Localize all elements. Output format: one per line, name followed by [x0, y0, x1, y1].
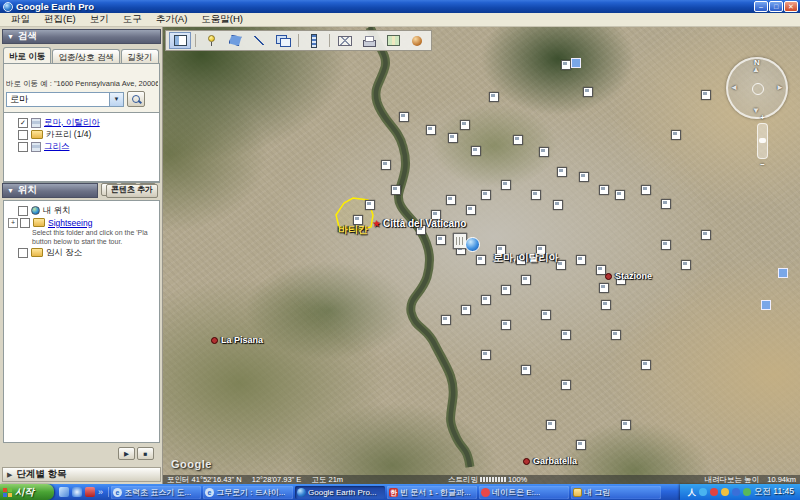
navigation-compass[interactable]: N ◄ ► ▲ ▼ [726, 57, 788, 119]
places-panel-header[interactable]: ▼ 위치 [2, 183, 98, 198]
photo-icon[interactable] [576, 440, 586, 450]
search-panel-header[interactable]: ▼ 검색 [2, 29, 161, 44]
photo-icon[interactable] [561, 60, 571, 70]
volume-icon[interactable] [743, 488, 751, 496]
photo-icon[interactable] [501, 320, 511, 330]
photo-icon[interactable] [481, 190, 491, 200]
blue-sphere-icon[interactable] [465, 237, 480, 252]
map-label[interactable]: ★Città del Vaticano [372, 218, 466, 229]
photo-icon[interactable] [441, 315, 451, 325]
checkbox[interactable] [18, 206, 28, 216]
photo-icon[interactable] [557, 167, 567, 177]
polygon-icon[interactable] [224, 32, 246, 49]
photo-icon[interactable] [641, 185, 651, 195]
photo-icon[interactable] [501, 285, 511, 295]
taskbar-button[interactable]: 내 그림 [571, 486, 661, 499]
search-button[interactable] [127, 91, 145, 107]
minimize-button[interactable]: – [754, 1, 768, 12]
zoom-out-button[interactable]: − [758, 160, 767, 169]
menu-item[interactable]: 도구 [116, 13, 149, 26]
photo-icon[interactable] [601, 300, 611, 310]
photo-icon[interactable] [448, 133, 458, 143]
web-icon[interactable] [778, 268, 788, 278]
photo-icon[interactable] [615, 190, 625, 200]
photo-icon[interactable] [611, 330, 621, 340]
search-result-label[interactable]: 그리스 [44, 141, 70, 153]
menu-item[interactable]: 보기 [83, 13, 116, 26]
web-icon[interactable] [571, 58, 581, 68]
expand-icon[interactable]: + [8, 218, 18, 228]
photo-icon[interactable] [466, 205, 476, 215]
search-result-row[interactable]: 그리스 [4, 141, 159, 152]
photo-icon[interactable] [553, 200, 563, 210]
photo-icon[interactable] [481, 350, 491, 360]
compass-center[interactable] [752, 83, 764, 95]
zoom-knob[interactable] [759, 138, 766, 143]
photo-icon[interactable] [446, 195, 456, 205]
layers-panel-header[interactable]: ▶ 단계별 항목 [2, 467, 161, 482]
menu-item[interactable]: 파일 [4, 13, 37, 26]
zoom-slider[interactable]: + − [757, 123, 768, 159]
checkbox[interactable] [18, 248, 28, 258]
place-label[interactable]: Sightseeing [48, 218, 92, 228]
map-viewport[interactable]: 바티칸★Città del Vaticano로마, 이탈리아StazioneLa… [163, 27, 800, 484]
checkbox[interactable] [18, 142, 28, 152]
internet-explorer-icon[interactable] [72, 487, 82, 497]
photo-icon[interactable] [539, 147, 549, 157]
taskbar-button[interactable]: e조력초 표스기 도... [111, 486, 201, 499]
collapse-icon[interactable]: ▼ [7, 187, 14, 194]
taskbar-button[interactable]: 네이트온 E:... [479, 486, 569, 499]
taskbar-button[interactable]: Google Earth Pro... [295, 486, 385, 499]
antivirus-icon[interactable] [710, 488, 718, 496]
photo-icon[interactable] [365, 200, 375, 210]
photo-icon[interactable] [481, 295, 491, 305]
sidebar-icon[interactable] [169, 32, 191, 49]
zoom-in-button[interactable]: + [758, 113, 767, 122]
add-content-button[interactable]: 콘텐츠 추가 [106, 184, 158, 198]
photo-icon[interactable] [381, 160, 391, 170]
photo-icon[interactable] [621, 420, 631, 430]
photo-icon[interactable] [489, 92, 499, 102]
photo-icon[interactable] [460, 120, 470, 130]
place-row[interactable]: 내 위치 [4, 205, 159, 216]
search-result-label[interactable]: 로마, 이탈리아 [44, 117, 100, 129]
search-tab[interactable]: 바로 이동 [3, 47, 51, 64]
photo-icon[interactable] [521, 275, 531, 285]
menu-item[interactable]: 도움말(H) [194, 13, 250, 26]
start-button[interactable]: 시작 [0, 484, 54, 500]
photo-icon[interactable] [501, 180, 511, 190]
taskbar-button[interactable]: e그무로기 : 드샤이... [203, 486, 293, 499]
photo-icon[interactable] [391, 185, 401, 195]
placemark-dot-icon[interactable] [605, 273, 612, 280]
checkbox[interactable]: ✓ [18, 118, 28, 128]
taskbar-button[interactable]: 한빈 문서 1 - 한글과... [387, 486, 477, 499]
globe-icon[interactable] [406, 32, 428, 49]
menu-item[interactable]: 추가(A) [149, 13, 195, 26]
search-input[interactable]: 로마 ▼ [6, 92, 124, 107]
menu-item[interactable]: 편집(E) [37, 13, 83, 26]
tray-clock[interactable]: 오전 11:45 [754, 486, 794, 498]
photo-icon[interactable] [599, 283, 609, 293]
place-row[interactable]: 임시 장소 [4, 247, 159, 258]
checkbox[interactable] [20, 218, 30, 228]
photo-icon[interactable] [671, 130, 681, 140]
photo-icon[interactable] [579, 172, 589, 182]
maximize-button[interactable]: □ [769, 1, 783, 12]
ruler-icon[interactable] [303, 32, 325, 49]
messenger-icon[interactable] [699, 488, 707, 496]
place-label[interactable]: 내 위치 [43, 205, 71, 217]
map-label[interactable]: La Pisana [211, 335, 263, 345]
photo-icon[interactable] [513, 135, 523, 145]
photo-icon[interactable] [661, 240, 671, 250]
photo-icon[interactable] [426, 125, 436, 135]
collapse-icon[interactable]: ▼ [7, 33, 14, 40]
view-in-maps-icon[interactable] [382, 32, 404, 49]
search-query[interactable]: 로마 [7, 93, 109, 106]
search-tab[interactable]: 길찾기 [121, 49, 159, 64]
photo-icon[interactable] [461, 305, 471, 315]
search-tab[interactable]: 업종/상호 검색 [52, 49, 120, 64]
photo-icon[interactable] [701, 90, 711, 100]
ime-korean-icon[interactable]: 人 [688, 487, 696, 498]
placemark-star-icon[interactable]: ★ [372, 218, 381, 229]
photo-icon[interactable] [476, 255, 486, 265]
